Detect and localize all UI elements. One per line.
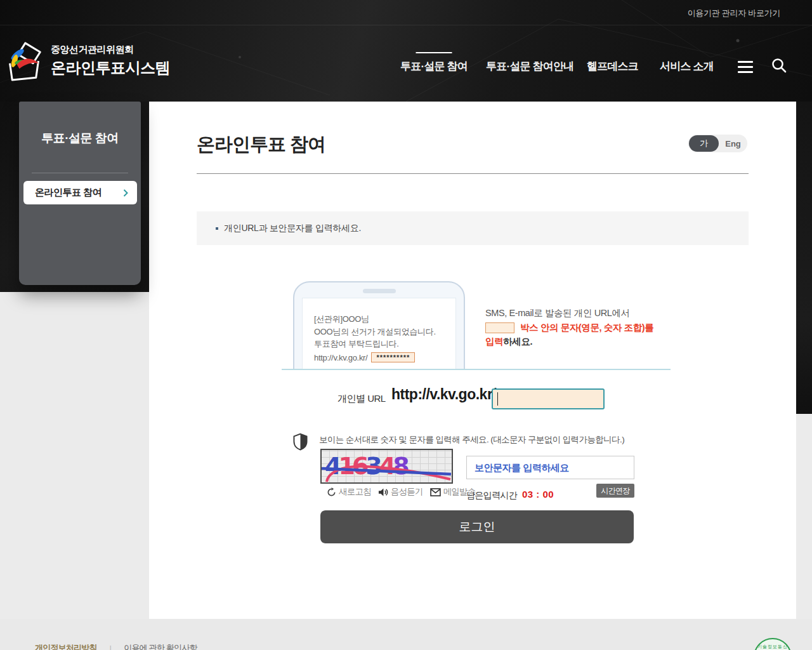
phone-screen: [선관위]OOO님 OOO님의 선거가 개설되었습니다. 투표참여 부탁드립니다… [302, 298, 456, 369]
logo-org-name: 중앙선거관리위원회 [51, 44, 170, 56]
sidebar-item-online-vote[interactable]: 온라인투표 참여 [23, 181, 137, 204]
text-caret [497, 392, 498, 406]
nav-service-intro[interactable]: 서비스 소개 [660, 59, 714, 74]
site-logo[interactable]: 중앙선거관리위원회 온라인투표시스템 [5, 38, 170, 84]
footer-links: 개인정보처리방침 | 이용에 관한 확인사항 [35, 642, 197, 650]
speaker-icon [378, 488, 388, 497]
figure-divider-line [282, 369, 671, 370]
nec-bird-logo-icon [5, 38, 43, 84]
mail-icon [430, 488, 441, 496]
timer-label: 남은입력시간 [466, 490, 517, 501]
sms-url-prefix: http://v.kv.go.kr/ [314, 352, 367, 364]
logo-system-name: 온라인투표시스템 [51, 58, 170, 78]
nav-helpdesk[interactable]: 헬프데스크 [587, 59, 638, 74]
right-background [796, 102, 812, 414]
timer-value: 03 : 00 [522, 489, 554, 500]
notice-text: 개인URL과 보안문자를 입력하세요. [224, 223, 361, 234]
sms-line: [선관위]OOO님 [314, 313, 455, 326]
admin-shortcut-link[interactable]: 이용기관 관리자 바로가기 [688, 8, 780, 19]
sms-preview-figure: [선관위]OOO님 OOO님의 선거가 개설되었습니다. 투표참여 부탁드립니다… [293, 281, 471, 369]
sms-masked-code: ********** [371, 352, 415, 362]
title-divider [197, 173, 749, 174]
phone-speaker [363, 289, 396, 293]
personal-url-input[interactable] [492, 388, 605, 409]
menu-icon[interactable] [738, 61, 753, 76]
captcha-audio-button[interactable]: 음성듣기 [378, 486, 423, 498]
seal-text: 기술정보통신 [757, 644, 788, 650]
captcha-code: 416348 [325, 449, 407, 484]
sidebar-divider [32, 173, 128, 173]
search-icon[interactable] [771, 57, 787, 76]
page-title: 온라인투표 참여 [197, 132, 325, 157]
code-box-sample [485, 322, 514, 333]
personal-url-prefix: http://v.kv.go.kr/ [391, 386, 496, 403]
instruction-line3: 입력하세요. [485, 335, 676, 349]
sidebar-item-label: 온라인투표 참여 [35, 187, 102, 199]
top-utility-bar: 이용기관 관리자 바로가기 [0, 0, 812, 25]
main-content-panel: 온라인투표 참여 가 Eng 개인URL과 보안문자를 입력하세요. [선관위]… [149, 102, 796, 619]
lang-korean-button[interactable]: 가 [689, 135, 719, 152]
sms-url-row: http://v.kv.go.kr/ ********** [314, 352, 455, 364]
usage-confirm-link[interactable]: 이용에 관한 확인사항 [124, 642, 197, 650]
captcha-instruction: 보이는 순서대로 숫자 및 문자를 입력해 주세요. (대소문자 구분없이 입력… [319, 434, 624, 446]
refresh-icon [327, 488, 336, 497]
captcha-refresh-button[interactable]: 새로고침 [327, 486, 371, 498]
extend-time-button[interactable]: 시간연장 [596, 484, 634, 498]
instruction-line1: SMS, E-mail로 발송된 개인 URL에서 [485, 306, 676, 321]
login-button[interactable]: 로그인 [320, 510, 634, 543]
bullet-icon [216, 227, 218, 230]
phone-mockup: [선관위]OOO님 OOO님의 선거가 개설되었습니다. 투표참여 부탁드립니다… [293, 281, 465, 369]
sms-line: 투표참여 부탁드립니다. [314, 338, 455, 350]
sidebar: 투표·설문 참여 온라인투표 참여 [19, 102, 141, 285]
language-toggle: 가 Eng [688, 135, 747, 152]
privacy-policy-link[interactable]: 개인정보처리방침 [35, 642, 97, 650]
notice-box: 개인URL과 보안문자를 입력하세요. [197, 211, 749, 245]
captcha-image: 416348 [320, 449, 453, 484]
captcha-input[interactable] [466, 456, 634, 479]
instruction-line2: 박스 안의 문자(영문, 숫자 조합)를 [485, 321, 676, 335]
footer: 개인정보처리방침 | 이용에 관한 확인사항 [0, 619, 812, 650]
sms-line: OOO님의 선거가 개설되었습니다. [314, 326, 455, 338]
shield-icon [293, 433, 308, 453]
captcha-tools: 새로고침 음성듣기 메일발송 [327, 486, 482, 498]
personal-url-label: 개인별 URL [337, 393, 386, 405]
instruction-block: SMS, E-mail로 발송된 개인 URL에서 박스 안의 문자(영문, 숫… [485, 306, 676, 349]
sidebar-title: 투표·설문 참여 [19, 130, 141, 147]
logo-text: 중앙선거관리위원회 온라인투표시스템 [51, 44, 170, 78]
nav-vote-participate[interactable]: 투표·설문 참여 [400, 59, 468, 74]
lang-english-button[interactable]: Eng [719, 139, 747, 149]
footer-separator: | [110, 644, 112, 650]
chevron-right-icon [123, 189, 128, 197]
nav-participation-guide[interactable]: 투표·설문 참여안내 [486, 59, 573, 74]
